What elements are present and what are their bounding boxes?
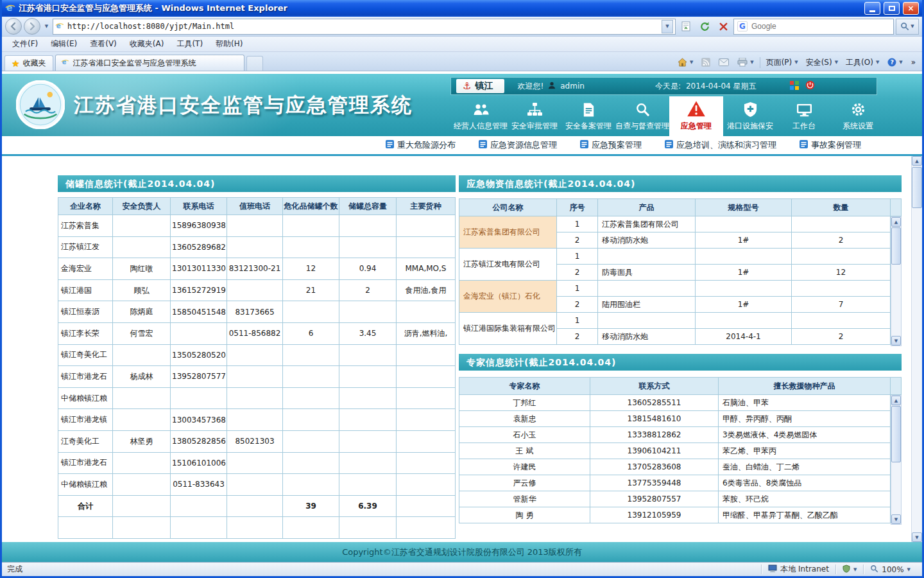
city-selector[interactable]: ⚓ 镇江	[456, 79, 504, 93]
cell	[339, 236, 397, 258]
chevron-down-icon: ▼	[876, 60, 879, 65]
history-dropdown[interactable]: ▼	[42, 19, 51, 34]
minimize-button[interactable]	[864, 2, 880, 15]
submenu-item[interactable]: 应急培训、演练和演习管理	[665, 139, 776, 151]
scroll-thumb[interactable]	[912, 167, 922, 208]
nav-item-label: 工作台	[792, 121, 816, 132]
scroll-down-button[interactable]: ▼	[891, 336, 901, 346]
nav-item-shield[interactable]: 港口设施保安	[723, 96, 777, 136]
cell	[171, 387, 227, 409]
scroll-track[interactable]	[912, 166, 922, 532]
tank-row: 镇江李长荣何雪宏0511-85688263.45沥青,燃料油,	[58, 322, 456, 344]
print-button[interactable]: ▼	[733, 55, 757, 70]
submenu-item[interactable]: 事故案例管理	[800, 139, 861, 151]
supplies-row: 江苏索普集团有限公司1江苏索普集团有限公司	[459, 216, 891, 232]
refresh-button[interactable]	[696, 18, 713, 35]
window-title: 江苏省港口安全监管与应急管理系统 - Windows Internet Expl…	[19, 3, 861, 14]
submenu-item[interactable]: 应急资源信息管理	[479, 139, 557, 151]
experts-scrollbar[interactable]: ▲ ▼	[891, 395, 902, 525]
scroll-track[interactable]	[891, 405, 901, 514]
toolbar-dropdown[interactable]: 工具(O)▼	[842, 55, 883, 70]
site-header: 江苏省港口安全监管与应急管理系统 ⚓ 镇江 欢迎您! admin 今天是: 20…	[2, 74, 922, 136]
feeds-button[interactable]	[697, 55, 714, 70]
cell: 12	[283, 258, 339, 280]
system-title: 江苏省港口安全监管与应急管理系统	[74, 92, 413, 119]
tank-table-head: 企业名称安全负责人联系电话值班电话危化品储罐个数储罐总容量主要货种	[58, 198, 456, 215]
search-input[interactable]	[751, 22, 890, 31]
toolbar-overflow-chevron[interactable]: »	[907, 55, 920, 70]
cell: 林坚勇	[113, 430, 171, 452]
forward-button[interactable]	[24, 18, 40, 35]
url-input[interactable]	[67, 22, 658, 31]
toolbar-dropdown[interactable]: 安全(S)▼	[802, 55, 842, 70]
read-mail-button[interactable]	[715, 55, 733, 70]
nav-item-orgchart[interactable]: 安全审批管理	[508, 96, 561, 136]
scroll-thumb[interactable]	[891, 406, 901, 462]
cell	[113, 474, 171, 496]
cell	[113, 236, 171, 258]
nav-item-magnifier[interactable]: 自查与督查管理	[615, 96, 669, 136]
expert-row: 陶 勇13912105959甲缩醛、甲基异丁基酮、乙酸乙酯	[459, 507, 891, 523]
scroll-up-button[interactable]: ▲	[891, 396, 901, 405]
menubar-item[interactable]: 文件(F)	[6, 37, 44, 51]
menubar-item[interactable]: 编辑(E)	[44, 37, 83, 51]
cell: 陶红暾	[113, 258, 171, 280]
menubar-item[interactable]: 查看(V)	[83, 37, 123, 51]
submenu-item[interactable]: 应急预案管理	[580, 139, 642, 151]
help-button[interactable]: ?▼	[884, 55, 906, 70]
close-button[interactable]: ×	[903, 2, 919, 15]
stop-button[interactable]	[715, 18, 732, 35]
page-scrollbar[interactable]: ▲ ▼	[911, 156, 922, 542]
menubar-item[interactable]: 帮助(H)	[209, 37, 249, 51]
zoom-magnifier-icon	[870, 565, 878, 575]
menubar-item[interactable]: 收藏夹(A)	[123, 37, 171, 51]
toolbar-dropdown[interactable]: 页面(P)▼	[762, 55, 802, 70]
compatibility-view-icon[interactable]	[678, 18, 694, 35]
cell: 2	[339, 279, 397, 301]
experts-statistics-panel: 专家信息统计(截止2014.04.04) 专家名称联系方式擅长救援物种产品 丁邦…	[459, 354, 902, 525]
logout-icon[interactable]	[805, 80, 815, 92]
switch-user-icon[interactable]	[790, 81, 799, 92]
scroll-up-button[interactable]: ▲	[891, 217, 901, 227]
scroll-down-button[interactable]: ▼	[891, 514, 901, 524]
scroll-track[interactable]	[891, 227, 901, 336]
supplies-row: 镇江港国际集装箱有限公司1	[459, 313, 891, 329]
scroll-up-button[interactable]: ▲	[912, 156, 922, 166]
scroll-down-button[interactable]: ▼	[912, 532, 922, 542]
nav-item-people[interactable]: 经营人信息管理	[454, 96, 508, 136]
nav-item-label: 安全备案管理	[565, 121, 612, 132]
new-tab-button[interactable]	[246, 56, 263, 71]
home-button[interactable]: ▼	[674, 55, 697, 70]
maximize-button[interactable]	[884, 2, 900, 15]
qty-cell: 2	[792, 329, 891, 345]
cell: 陶 勇	[459, 507, 590, 523]
toolbar-dropdown-label: 工具(O)	[846, 57, 873, 68]
status-zone[interactable]: 本地 Intranet	[762, 563, 835, 576]
nav-item-monitor[interactable]: 工作台	[777, 96, 831, 136]
favorites-button[interactable]: ★ 收藏夹	[4, 55, 53, 71]
address-dropdown[interactable]: ▼	[662, 20, 673, 33]
welcome-text: 欢迎您!	[517, 81, 543, 92]
status-protected-mode[interactable]: ▼	[836, 563, 863, 576]
cell: 甲缩醛、甲基异丁基酮、乙酸乙酯	[719, 507, 891, 523]
scroll-thumb[interactable]	[891, 227, 901, 265]
spec-cell: 1#	[696, 265, 792, 281]
nav-item-document[interactable]: 安全备案管理	[561, 96, 615, 136]
cell	[227, 387, 283, 409]
people-icon	[472, 100, 489, 118]
active-tab[interactable]: e 江苏省港口安全监管与应急管理系统	[55, 55, 244, 71]
cell: 镇江港国	[58, 279, 113, 301]
nav-item-warning[interactable]: 应急管理	[669, 96, 723, 136]
menubar-item[interactable]: 工具(T)	[170, 37, 209, 51]
cell	[283, 409, 339, 431]
spec-cell	[696, 281, 792, 297]
cell: 21	[283, 279, 339, 301]
supplies-scrollbar[interactable]: ▲ ▼	[891, 216, 902, 346]
search-button[interactable]: ▼	[896, 19, 919, 35]
back-button[interactable]	[5, 18, 22, 35]
submenu-item[interactable]: 重大危险源分布	[386, 139, 456, 151]
tank-row: 金海宏业陶红暾1301301133083121300-21120.94MMA,M…	[58, 258, 456, 280]
ie-logo-icon: e	[5, 3, 15, 15]
status-zoom[interactable]: 100% ▼	[864, 563, 917, 576]
nav-item-gear[interactable]: 系统设置	[831, 96, 885, 136]
